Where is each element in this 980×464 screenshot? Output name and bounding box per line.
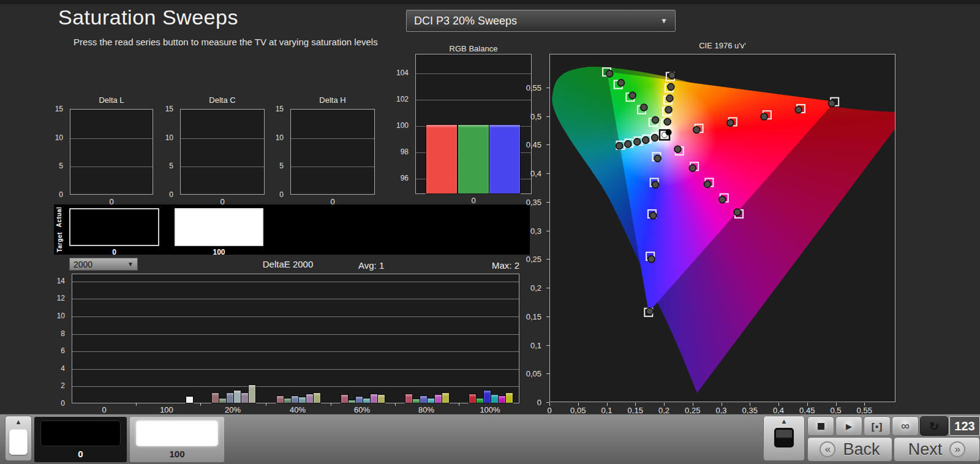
transport-toolbar: ▲ 0 100 ▲ ▶ [▪] ∞ ↻ 123 <box>0 414 980 464</box>
delta-chart-plot <box>70 109 153 195</box>
measured-dot-green <box>641 104 647 111</box>
axis-tick-label: 0 <box>51 190 67 199</box>
axis-tick-label: 14 <box>53 277 69 285</box>
axis-tick <box>836 403 837 406</box>
chevron-right-icon: » <box>949 441 965 457</box>
stop-button[interactable] <box>807 416 834 436</box>
continuous-read-button[interactable]: ∞ <box>892 416 919 436</box>
measured-dot-cyan <box>634 138 641 145</box>
deltae-chart <box>72 274 519 403</box>
axis-tick-label: 0 <box>162 190 178 199</box>
rgb-balance-title: RGB Balance <box>415 44 532 53</box>
deltae-bar <box>212 393 219 403</box>
deltae-bar <box>413 399 420 403</box>
gridline <box>291 138 374 139</box>
patch-swatch-white-label: 100 <box>175 248 263 256</box>
chevron-left-icon: « <box>820 441 835 457</box>
deltae-bar <box>292 396 298 403</box>
deltae-bar <box>477 399 483 403</box>
axis-tick-label: 15 <box>162 105 178 113</box>
axis-tick <box>266 403 266 406</box>
delta-chart-title: Delta C <box>168 95 277 105</box>
axis-tick <box>607 403 608 406</box>
axis-tick-label: 5 <box>162 162 178 170</box>
axis-tick <box>635 403 636 406</box>
axis-tick-label: 0,2 <box>525 283 546 293</box>
page-counter[interactable]: 123 <box>949 416 980 436</box>
target-row-label: Target <box>56 232 63 252</box>
measured-dot-cyan <box>625 141 631 148</box>
delta-chart-plot <box>290 109 375 195</box>
patch-swatch-white[interactable] <box>175 208 263 246</box>
measured-dot-magenta <box>689 165 696 171</box>
axis-tick-label: 2 <box>53 381 69 390</box>
measured-dot-blue <box>652 181 659 188</box>
measured-dot-magenta <box>734 209 741 215</box>
patch-preview-strip: Actual Target 0 100 <box>54 204 530 255</box>
gridline <box>181 138 264 139</box>
axis-tick-label: 10 <box>272 133 288 142</box>
axis-tick <box>722 403 722 406</box>
deltae-bar <box>186 397 193 403</box>
deltae-bar <box>363 399 370 403</box>
axis-tick-label: 104 <box>394 69 413 77</box>
deltae-bar <box>234 391 241 403</box>
measured-dot-blue <box>654 155 661 162</box>
preset-dropdown[interactable]: DCI P3 20% Sweeps ▼ <box>406 10 676 32</box>
axis-tick <box>546 345 549 346</box>
patch-swatch-black[interactable] <box>69 208 159 246</box>
deltae-bar <box>506 393 513 403</box>
measured-dot-magenta <box>704 181 711 187</box>
deltae-bar <box>341 395 348 403</box>
gridline <box>72 316 519 317</box>
deltae-bar <box>277 396 284 403</box>
deltae-x-tick-label: 60% <box>337 405 386 414</box>
next-button[interactable]: Next » <box>894 437 980 462</box>
black-patch-label: 0 <box>34 449 127 459</box>
read-series-button[interactable]: [▪] <box>864 416 891 436</box>
patch-panel-white[interactable]: 100 <box>130 417 224 462</box>
patch-swatch-black-label: 0 <box>69 248 159 256</box>
axis-tick <box>136 403 137 406</box>
gridline <box>70 167 153 167</box>
deltae-bar <box>314 393 320 403</box>
read-continuous-button[interactable]: ▲ <box>763 416 805 461</box>
play-button[interactable]: ▶ <box>835 416 862 436</box>
axis-tick <box>693 403 693 406</box>
axis-tick-label: 0,1 <box>525 340 546 350</box>
patch-panel-black[interactable]: 0 <box>34 417 127 462</box>
axis-tick-label: 0,4 <box>525 169 546 178</box>
measured-dot-red <box>727 119 734 126</box>
rgb-balance-bar <box>489 125 520 193</box>
axis-tick-label: 0 <box>272 190 288 199</box>
deltae-bar <box>227 393 233 403</box>
measured-dot-green <box>606 70 613 77</box>
axis-tick <box>864 403 865 406</box>
axis-tick-label: 102 <box>394 95 413 103</box>
refresh-button[interactable]: ↻ <box>920 416 948 436</box>
page-title: Saturation Sweeps <box>58 6 238 29</box>
back-button[interactable]: « Back <box>807 437 892 462</box>
measured-dot-blue <box>648 256 655 263</box>
current-patch-swatch <box>9 429 28 455</box>
axis-tick-label: 0,25 <box>525 255 546 264</box>
deltae-formula-dropdown[interactable]: 2000 ▼ <box>69 258 138 271</box>
axis-tick <box>778 403 779 406</box>
cie-1976-chart: RGB Triplet: 16, 16, 16 <box>549 54 895 402</box>
deltae-formula-value: 2000 <box>74 260 127 269</box>
deltae-x-tick-label: 40% <box>273 405 322 414</box>
axis-tick <box>546 259 549 260</box>
measured-dot-yellow <box>664 118 671 125</box>
patch-window-expand-button[interactable]: ▲ <box>5 416 32 461</box>
delta-chart-plot <box>180 109 265 195</box>
deltae-bar <box>442 393 449 403</box>
chevron-up-icon: ▲ <box>781 417 788 425</box>
rgb-balance-bar <box>458 125 489 193</box>
deltae-bar <box>484 391 491 403</box>
refresh-icon: ↻ <box>929 419 939 433</box>
delta-chart-title: Delta L <box>58 95 165 105</box>
page-subtitle: Press the read series button to measure … <box>74 37 378 47</box>
deltae-bar <box>306 394 313 403</box>
axis-tick <box>546 373 549 374</box>
rgb-balance-bar <box>426 125 457 193</box>
